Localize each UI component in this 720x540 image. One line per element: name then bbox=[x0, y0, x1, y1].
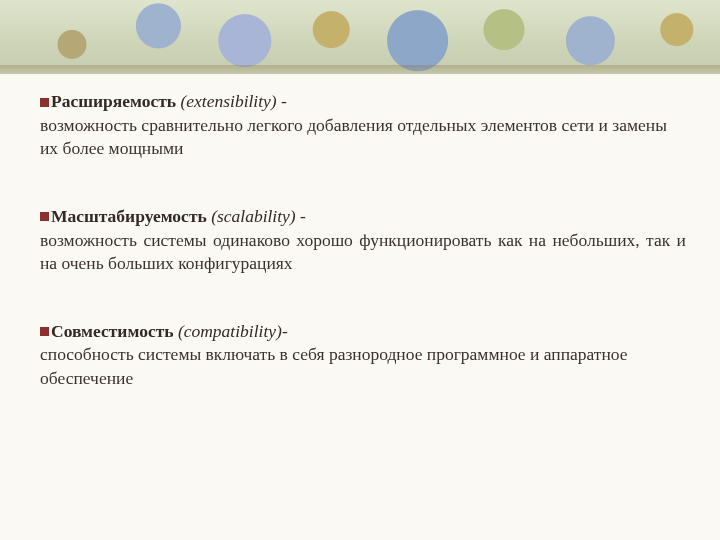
square-bullet-icon bbox=[40, 212, 49, 221]
slide: Расширяемость (extensibility) - возможно… bbox=[0, 0, 720, 540]
dash: - bbox=[277, 91, 287, 111]
list-item: Совместимость (compatibility)- способнос… bbox=[40, 320, 686, 391]
item-heading: Совместимость (compatibility)- bbox=[40, 320, 686, 344]
term: Масштабируемость bbox=[51, 206, 207, 226]
term-english: (extensibility) bbox=[180, 91, 276, 111]
item-description: возможность системы одинаково хорошо фун… bbox=[40, 229, 686, 276]
item-description: возможность сравнительно легкого добавле… bbox=[40, 114, 686, 161]
term: Совместимость bbox=[51, 321, 174, 341]
list-item: Масштабируемость (scalability) - возможн… bbox=[40, 205, 686, 276]
dash: - bbox=[282, 321, 288, 341]
term: Расширяемость bbox=[51, 91, 176, 111]
decorative-banner bbox=[0, 0, 720, 74]
list-item: Расширяемость (extensibility) - возможно… bbox=[40, 90, 686, 161]
content-area: Расширяемость (extensibility) - возможно… bbox=[40, 90, 686, 391]
item-description: способность системы включать в себя разн… bbox=[40, 343, 686, 390]
square-bullet-icon bbox=[40, 98, 49, 107]
item-heading: Масштабируемость (scalability) - bbox=[40, 205, 686, 229]
term-english: (compatibility) bbox=[178, 321, 282, 341]
dash: - bbox=[296, 206, 306, 226]
item-heading: Расширяемость (extensibility) - bbox=[40, 90, 686, 114]
term-english: (scalability) bbox=[211, 206, 296, 226]
square-bullet-icon bbox=[40, 327, 49, 336]
